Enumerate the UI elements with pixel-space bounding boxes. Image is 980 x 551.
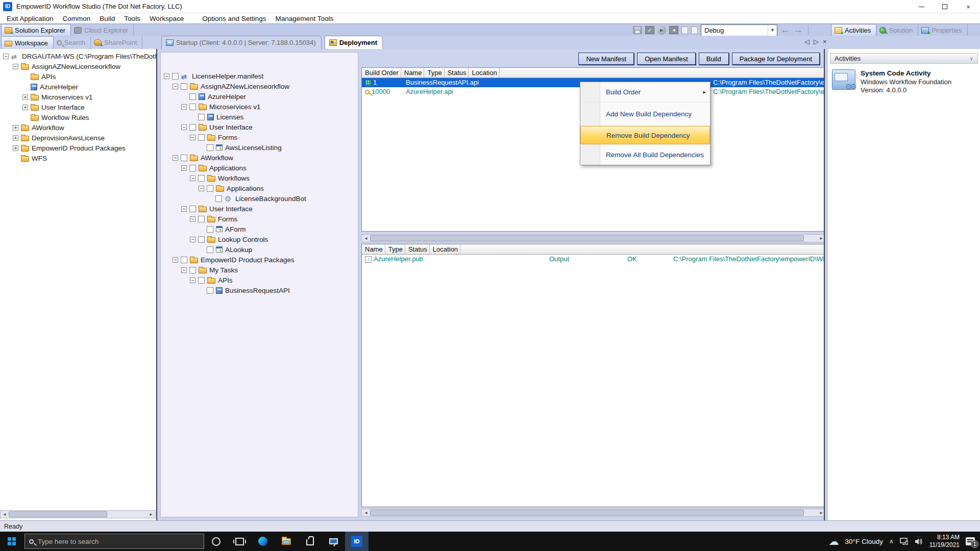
build-grid-hscrollbar[interactable]: ◂ ▸ xyxy=(361,234,825,242)
scroll-thumb[interactable] xyxy=(370,510,804,516)
tree-expander[interactable]: − xyxy=(199,186,204,191)
workspace-tab[interactable]: Workspace xyxy=(1,36,54,49)
scroll-right-icon[interactable]: ▸ xyxy=(817,509,825,516)
scroll-thumb[interactable] xyxy=(9,511,107,517)
tray-expand-icon[interactable]: ∧ xyxy=(889,538,894,545)
tree-checkbox[interactable] xyxy=(207,226,213,233)
manifest-tree-item[interactable]: − AssignAZNewLicenseorkflow xyxy=(169,81,358,91)
tree-expander[interactable]: − xyxy=(13,64,18,69)
tree-expander[interactable]: − xyxy=(164,73,169,79)
store-button[interactable] xyxy=(298,532,322,551)
search-input[interactable] xyxy=(38,538,200,545)
scroll-left-icon[interactable]: ◂ xyxy=(362,509,370,516)
menu-item[interactable]: Tools xyxy=(119,14,145,23)
tree-expander[interactable]: − xyxy=(190,135,195,140)
tree-item[interactable]: + DeprovisionAwsLicense xyxy=(10,133,156,143)
column-header[interactable]: Type xyxy=(385,244,405,254)
context-menu-item[interactable]: Remove All Build Dependencies xyxy=(580,144,710,165)
notification-icon[interactable]: 1 xyxy=(966,537,975,545)
tree-item[interactable]: WFS xyxy=(10,153,156,163)
activities-header[interactable]: Activities ∨ xyxy=(830,53,978,64)
menu-item[interactable]: Management Tools xyxy=(271,14,338,23)
manifest-tree-item[interactable]: AwsLicenseListing xyxy=(195,142,358,153)
column-header[interactable]: Status xyxy=(405,244,430,254)
scroll-right-icon[interactable]: ▸ xyxy=(147,511,155,518)
workflow-studio-taskbar-button[interactable]: ID xyxy=(345,532,369,551)
right-tab[interactable]: Activities xyxy=(831,24,876,36)
file-explorer-button[interactable] xyxy=(275,532,298,551)
manifest-tree-item[interactable]: − Applications xyxy=(195,183,358,193)
manifest-tree-item[interactable]: − Applications xyxy=(178,163,358,173)
tree-checkbox[interactable] xyxy=(189,104,196,110)
tab-close-icon[interactable]: × xyxy=(823,38,827,45)
menu-item[interactable]: Common xyxy=(58,14,95,23)
document-tab[interactable]: Deployment xyxy=(325,36,383,49)
manifest-tree-item[interactable]: − Forms xyxy=(187,132,358,142)
tree-checkbox[interactable] xyxy=(207,144,213,151)
tree-checkbox[interactable] xyxy=(189,165,196,171)
context-menu-item[interactable]: Add New Build Dependency xyxy=(580,103,710,126)
tree-item[interactable]: AzureHelper xyxy=(19,82,156,92)
tree-checkbox[interactable] xyxy=(207,246,213,253)
tree-expander[interactable]: + xyxy=(13,125,18,131)
tree-expander[interactable]: + xyxy=(22,94,28,100)
scroll-right-icon[interactable]: ▸ xyxy=(817,235,825,242)
tree-item[interactable]: + EmpowerID Product Packages xyxy=(10,143,156,153)
save-icon[interactable] xyxy=(633,26,642,34)
copy-icon[interactable] xyxy=(681,27,688,34)
tree-expander[interactable]: + xyxy=(13,145,18,151)
tree-checkbox[interactable] xyxy=(189,124,196,131)
column-header[interactable]: Name xyxy=(362,244,385,254)
tree-checkbox[interactable] xyxy=(198,216,205,222)
manifest-tree-item[interactable]: LicenseBackgroundBot xyxy=(204,193,358,204)
tree-expander[interactable]: − xyxy=(190,176,195,181)
tree-expander[interactable]: − xyxy=(181,206,187,212)
maximize-button[interactable] xyxy=(933,0,957,13)
tab-scroll-left-icon[interactable]: ◁ xyxy=(804,38,810,45)
build-config-select[interactable]: Debug ▼ xyxy=(701,24,777,36)
tree-checkbox[interactable] xyxy=(189,93,196,100)
manifest-tree-item[interactable]: AzureHelper xyxy=(178,91,358,102)
tree-expander[interactable]: − xyxy=(190,278,195,283)
column-header[interactable]: Build Order xyxy=(362,68,401,78)
run-icon[interactable]: ▶ xyxy=(657,26,666,35)
tree-expander[interactable]: − xyxy=(173,257,178,263)
column-header[interactable]: Type xyxy=(424,68,444,78)
column-header[interactable]: Status xyxy=(445,68,469,78)
right-tab[interactable]: Solution xyxy=(876,24,918,36)
tree-checkbox[interactable] xyxy=(198,236,205,243)
tree-checkbox[interactable] xyxy=(181,83,187,90)
manifest-tree-item[interactable]: − Forms xyxy=(187,214,358,224)
workspace-tab[interactable]: SharePoint xyxy=(91,36,142,49)
tree-expander[interactable]: − xyxy=(190,237,195,242)
navigate-forward-icon[interactable]: → xyxy=(793,25,803,35)
tree-checkbox[interactable] xyxy=(189,206,196,212)
scroll-thumb[interactable] xyxy=(370,235,804,241)
tree-checkbox[interactable] xyxy=(172,73,179,80)
navigate-back-icon[interactable]: ← xyxy=(780,25,790,35)
manifest-tree-item[interactable]: − My Tasks xyxy=(178,265,358,275)
cortana-button[interactable] xyxy=(204,532,228,551)
tree-expander[interactable]: − xyxy=(181,267,187,273)
context-menu-item[interactable]: Build Order ▸ xyxy=(580,82,710,103)
activity-card[interactable]: System Code Activity Windows Workflow Fo… xyxy=(832,69,951,94)
manifest-tree-item[interactable]: − Microservices v1 xyxy=(178,102,358,112)
menu-item[interactable]: Build xyxy=(95,14,119,23)
workspace-tab[interactable]: Search xyxy=(54,36,91,49)
manifest-tree-item[interactable]: − User Interface xyxy=(178,204,358,214)
manifest-tree-item[interactable]: BusinessRequestAPI xyxy=(195,285,358,295)
manifest-tree-item[interactable]: − APIs xyxy=(187,275,358,285)
column-header[interactable]: Name xyxy=(401,68,425,78)
column-header[interactable]: Location xyxy=(430,244,460,254)
tree-expander[interactable]: − xyxy=(181,104,187,110)
context-menu-item[interactable]: Remove Build Dependency xyxy=(580,126,710,144)
manifest-tree-item[interactable]: Licenses xyxy=(187,112,358,122)
tree-expander[interactable]: − xyxy=(181,124,187,130)
network-icon[interactable] xyxy=(900,538,909,545)
taskbar-search[interactable] xyxy=(24,534,204,549)
validate-icon[interactable]: ✓ xyxy=(645,26,654,34)
menu-item[interactable]: Options and Settings xyxy=(198,14,271,23)
action-button[interactable]: Build xyxy=(699,53,729,65)
manifest-tree-item[interactable]: − AWorkflow xyxy=(169,153,358,163)
manifest-tree-item[interactable]: AForm xyxy=(195,224,358,234)
